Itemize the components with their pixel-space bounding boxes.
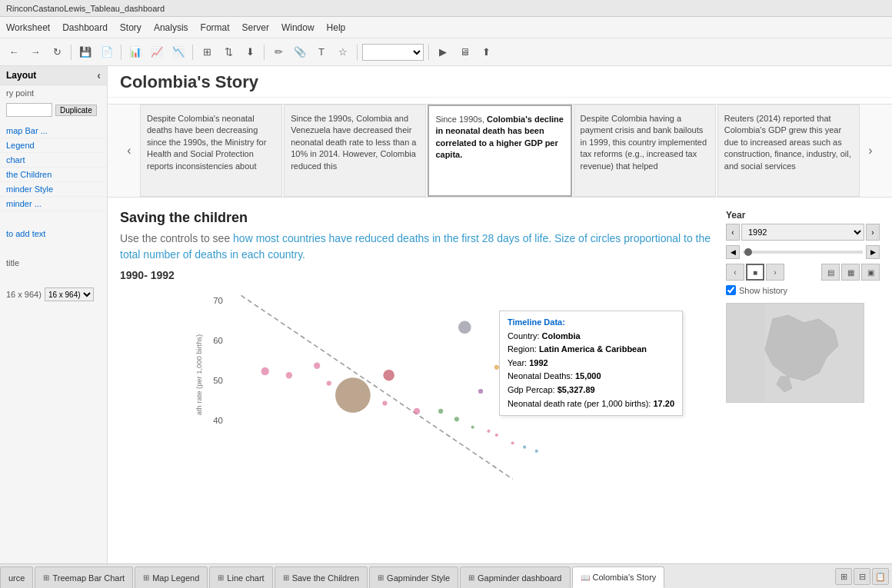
tab-ctrl-3[interactable]: 📋	[872, 568, 889, 585]
sidebar-collapse-btn[interactable]: ‹	[97, 69, 101, 81]
undo-btn[interactable]: ↻	[48, 43, 66, 61]
tab-linechart[interactable]: ⊞ Line chart	[209, 566, 272, 588]
filter-btn[interactable]: ⬇	[241, 43, 259, 61]
tab-linechart-icon: ⊞	[218, 573, 224, 582]
viz-year-range: 1990- 1992	[120, 269, 714, 281]
pen-btn[interactable]: ✏	[269, 43, 288, 61]
show-history-checkbox[interactable]	[726, 285, 736, 295]
svg-point-15	[454, 417, 459, 421]
carousel-card-3[interactable]: Since 1990s, Colombia's decline in neona…	[428, 105, 571, 197]
menu-format[interactable]: Format	[201, 22, 230, 33]
viz-section: Saving the children Use the controls to …	[108, 204, 892, 527]
menu-analysis[interactable]: Analysis	[154, 22, 188, 33]
new-btn[interactable]: 📄	[98, 43, 116, 61]
show-history-row: Show history	[726, 285, 880, 295]
tab-gapminderstyle[interactable]: ⊞ Gapminder Style	[369, 566, 458, 588]
sidebar-item-children[interactable]: the Children	[0, 168, 107, 182]
sidebar-input-row: Duplicate	[0, 101, 107, 119]
tab-maplegend-label: Map Legend	[152, 573, 199, 583]
menu-help[interactable]: Help	[327, 22, 346, 33]
sidebar-x-input[interactable]	[6, 103, 52, 117]
share-btn[interactable]: ⬆	[477, 43, 495, 61]
show-history-label[interactable]: Show history	[739, 286, 787, 295]
year-control: ‹ 1992 1990 1991 1993 2000 2010 2014 ›	[726, 224, 880, 241]
tooltip-deaths: Neonatal Deaths: 15,000	[508, 370, 674, 384]
device-btn[interactable]: 🖥	[455, 43, 474, 61]
year-select[interactable]: 1992 1990 1991 1993 2000 2010 2014	[741, 224, 864, 241]
view-next-btn[interactable]: ›	[766, 264, 784, 281]
view-opt2-btn[interactable]: ▦	[841, 264, 860, 281]
svg-point-21	[535, 450, 538, 453]
save-btn[interactable]: 💾	[76, 43, 95, 61]
tab-maplegend[interactable]: ⊞ Map Legend	[135, 566, 208, 588]
menu-server[interactable]: Server	[242, 22, 269, 33]
map-placeholder	[726, 303, 864, 403]
tab-ctrl-2[interactable]: ⊟	[854, 568, 870, 585]
back-btn[interactable]: ←	[5, 43, 23, 61]
tab-controls: ⊞ ⊟ 📋	[835, 568, 892, 588]
main-layout: Layout ‹ ry point Duplicate map Bar ... …	[0, 66, 892, 563]
sidebar-add-text[interactable]: to add text	[0, 227, 107, 241]
slider-track[interactable]	[743, 251, 863, 254]
carousel-card-prefix: Since 1990s,	[435, 115, 487, 124]
page-title-area: Colombia's Story	[108, 66, 892, 98]
carousel-card-1[interactable]: Despite Colombia's neonatal deaths have …	[140, 105, 282, 197]
carousel-prev[interactable]: ‹	[120, 105, 138, 197]
tab-maplegend-icon: ⊞	[143, 573, 149, 582]
sidebar-item-minderstyle[interactable]: minder Style	[0, 182, 107, 197]
tab-treemap[interactable]: ⊞ Treemap Bar Chart	[35, 566, 133, 588]
view-prev-btn[interactable]: ‹	[726, 264, 744, 281]
viz-title: Saving the children	[120, 210, 714, 226]
tooltip-header: Timeline Data:	[508, 316, 674, 330]
tab-colombiastory[interactable]: 📖 Colombia's Story	[572, 566, 665, 588]
forward-btn[interactable]: →	[26, 43, 45, 61]
chart3-btn[interactable]: 📉	[169, 43, 188, 61]
carousel-card-5[interactable]: Reuters (2014) reported that Colombia's …	[717, 105, 860, 197]
dimension-select[interactable]: 16 x 964)	[45, 287, 94, 301]
menu-story[interactable]: Story	[120, 22, 141, 33]
sidebar-item-chart[interactable]: chart	[0, 153, 107, 168]
tooltip-rate: Neonatal death rate (per 1,000 births): …	[508, 397, 674, 411]
menu-window[interactable]: Window	[281, 22, 315, 33]
menu-dashboard[interactable]: Dashboard	[62, 22, 108, 33]
present-btn[interactable]: ▶	[434, 43, 452, 61]
svg-text:60: 60	[213, 336, 223, 345]
slider-thumb[interactable]	[744, 248, 752, 256]
tab-gapminderstyle-icon: ⊞	[378, 573, 384, 582]
grid-btn[interactable]: ⊞	[198, 43, 216, 61]
view-scatter-btn[interactable]: ■	[746, 264, 764, 281]
sidebar-item-minder[interactable]: minder ...	[0, 197, 107, 211]
tab-source[interactable]: urce	[0, 566, 33, 588]
carousel-next[interactable]: ›	[861, 105, 880, 197]
menu-worksheet[interactable]: Worksheet	[6, 22, 50, 33]
text-btn[interactable]: T	[312, 43, 331, 61]
tab-ctrl-1[interactable]: ⊞	[835, 568, 852, 585]
view-opt3-btn[interactable]: ▣	[861, 264, 880, 281]
font-dropdown[interactable]	[362, 44, 424, 61]
sidebar-title-label: title	[0, 256, 107, 270]
carousel-card-4[interactable]: Despite Colombia having a payment crisis…	[574, 105, 716, 197]
sidebar-item-legend[interactable]: Legend	[0, 138, 107, 153]
svg-text:40: 40	[213, 416, 223, 425]
view-opt1-btn[interactable]: ▤	[821, 264, 840, 281]
tab-savechildren[interactable]: ⊞ Save the Children	[275, 566, 368, 588]
chart2-btn[interactable]: 📈	[148, 43, 166, 61]
svg-point-8	[286, 372, 292, 378]
sort-btn[interactable]: ⇅	[219, 43, 238, 61]
carousel-card-2[interactable]: Since the 1990s, Colombia and Venezuela …	[284, 105, 426, 197]
year-prev-btn[interactable]: ‹	[726, 224, 740, 241]
svg-point-7	[261, 367, 269, 375]
star-btn[interactable]: ☆	[334, 43, 352, 61]
tab-gapminderdash-icon: ⊞	[468, 573, 474, 582]
year-next-btn[interactable]: ›	[866, 224, 880, 241]
svg-point-23	[478, 389, 483, 394]
tab-gapminderdash[interactable]: ⊞ Gapminder dashboard	[460, 566, 570, 588]
slider-next-btn[interactable]: ▶	[866, 245, 880, 259]
duplicate-btn[interactable]: Duplicate	[55, 105, 97, 116]
map-svg	[727, 304, 864, 403]
clip-btn[interactable]: 📎	[291, 43, 309, 61]
sidebar-item-mapbar[interactable]: map Bar ...	[0, 124, 107, 138]
slider-prev-btn[interactable]: ◀	[726, 245, 740, 259]
tab-colombiastory-label: Colombia's Story	[593, 573, 657, 582]
chart-btn[interactable]: 📊	[126, 43, 145, 61]
